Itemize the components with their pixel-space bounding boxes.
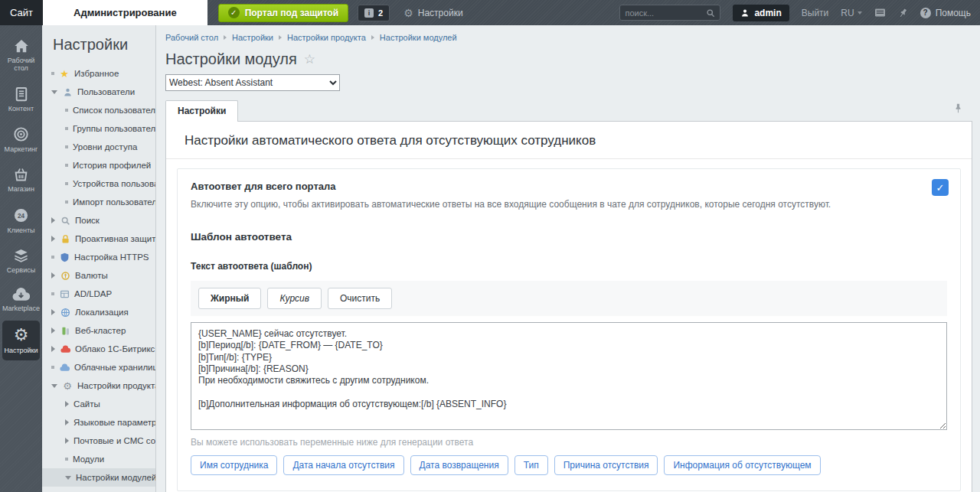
pin-icon[interactable] — [898, 8, 908, 18]
bbcode-toolbar: Жирный Курсив Очистить — [191, 281, 947, 316]
italic-button[interactable]: Курсив — [267, 288, 322, 309]
target-icon — [13, 126, 29, 142]
bold-button[interactable]: Жирный — [198, 288, 261, 309]
variables-hint: Вы можете использовать переменные ниже д… — [191, 437, 947, 448]
sidebar-item-label: Настройки продукта — [77, 381, 156, 390]
sidebar-item-label: Устройства пользователей — [73, 179, 156, 188]
variable-return-date[interactable]: Дата возвращения — [410, 455, 508, 475]
chevron-right-icon — [51, 217, 55, 223]
chevron-right-icon — [65, 438, 69, 444]
check-icon: ✓ — [936, 182, 945, 194]
sidebar-item-user-import[interactable]: Импорт пользователей — [42, 193, 155, 211]
bullet-icon — [51, 72, 54, 75]
rail-item-services[interactable]: Сервисы — [2, 242, 40, 280]
language-selector[interactable]: RU — [841, 8, 861, 18]
template-section-heading: Шаблон автоответа — [191, 231, 947, 243]
user-menu-button[interactable]: admin — [733, 5, 789, 21]
settings-sidebar: Настройки ★ Избранное Пользователи Списо… — [42, 25, 156, 492]
sidebar-item-module-settings[interactable]: Настройки модулей — [42, 468, 155, 487]
breadcrumb-link-desktop[interactable]: Рабочий стол — [165, 33, 218, 42]
gear-icon: ⚙ — [62, 380, 73, 391]
site-tab-label: Сайт — [10, 7, 33, 18]
language-label: RU — [841, 8, 854, 18]
breadcrumb-link-settings[interactable]: Настройки — [232, 33, 273, 42]
bullet-icon — [65, 200, 68, 204]
module-select[interactable]: Webest: Absent Assistant — [165, 74, 340, 91]
pin-icon[interactable] — [953, 103, 963, 116]
sidebar-item-label: Облачные хранилища — [74, 363, 156, 372]
sidebar-item-favorites[interactable]: ★ Избранное — [42, 64, 155, 83]
sidebar-item-search[interactable]: Поиск — [42, 211, 155, 230]
sidebar-title: Настройки — [42, 33, 155, 64]
sidebar-item-sites[interactable]: Сайты — [42, 395, 155, 413]
administration-tab[interactable]: Администрирование — [43, 0, 207, 25]
sidebar-item-currencies[interactable]: Валюты — [42, 266, 155, 285]
help-button[interactable]: ? Помощь — [920, 8, 971, 18]
bullet-icon — [65, 145, 68, 148]
sidebar-item-language-params[interactable]: Языковые параметры — [42, 413, 155, 432]
notifications-count: 2 — [378, 8, 383, 18]
rail-item-clients[interactable]: 24 Клиенты — [2, 201, 40, 240]
sidebar-item-users[interactable]: Пользователи — [42, 83, 155, 101]
sidebar-item-label: Уровни доступа — [73, 142, 137, 152]
sidebar-item-https-settings[interactable]: Настройка HTTPS — [42, 248, 155, 266]
sidebar-item-label: AD/LDAP — [74, 289, 112, 298]
sidebar-item-product-settings[interactable]: ⚙ Настройки продукта — [42, 376, 155, 395]
rail-item-marketing[interactable]: Маркетинг — [2, 120, 40, 159]
sidebar-item-label: Языковые параметры — [74, 418, 156, 427]
sidebar-item-user-devices[interactable]: Устройства пользователей — [42, 174, 155, 193]
cluster-icon — [60, 325, 70, 336]
sidebar-item-label: Проактивная защита — [75, 234, 156, 243]
template-field-label: Текст автоответа (шаблон) — [191, 261, 947, 272]
rail-item-content[interactable]: Контент — [2, 80, 40, 119]
sidebar-item-cloud-storage[interactable]: Облачные хранилища — [42, 358, 155, 376]
autoreply-template-textarea[interactable]: {USER_NAME} сейчас отсутствует. [b]Перио… — [191, 322, 947, 430]
topbar-settings-button[interactable]: ⚙ Настройки — [403, 7, 462, 19]
tab-settings[interactable]: Настройки — [165, 100, 238, 122]
sidebar-item-web-cluster[interactable]: Веб-кластер — [42, 321, 155, 340]
breadcrumb-link-product-settings[interactable]: Настройки продукта — [287, 33, 366, 42]
gear-icon: ⚙ — [14, 327, 29, 344]
search-input[interactable] — [625, 8, 706, 18]
clear-button[interactable]: Очистить — [328, 288, 392, 309]
portal-protected-button[interactable]: ✓ Портал под защитой — [218, 4, 348, 22]
variable-absence-reason[interactable]: Причина отсутствия — [554, 455, 658, 475]
gear-icon: ⚙ — [403, 7, 413, 19]
sidebar-item-localization[interactable]: Локализация — [42, 303, 155, 321]
favorite-star-icon[interactable]: ☆ — [304, 51, 315, 67]
hotkeys-icon[interactable] — [874, 8, 886, 18]
breadcrumb: Рабочий стол Настройки Настройки продукт… — [162, 30, 972, 44]
variable-absence-start-date[interactable]: Дата начала отсутствия — [283, 455, 403, 475]
sidebar-item-user-groups[interactable]: Группы пользователей — [42, 119, 155, 138]
chevron-right-icon — [51, 272, 55, 279]
chevron-down-icon — [51, 384, 57, 388]
site-tab[interactable]: Сайт — [0, 0, 43, 25]
layers-icon — [13, 248, 29, 263]
rail-item-desktop[interactable]: Рабочий стол — [2, 32, 40, 79]
clients-24-icon: 24 — [13, 207, 29, 223]
sidebar-item-user-list[interactable]: Список пользователей — [42, 101, 155, 119]
logout-link[interactable]: Выйти — [802, 8, 829, 18]
sidebar-item-ad-ldap[interactable]: AD/LDAP — [42, 285, 155, 303]
sidebar-item-mail-sms-events[interactable]: Почтовые и СМС события — [42, 432, 155, 450]
rail-item-settings[interactable]: ⚙ Настройки — [2, 321, 40, 360]
variable-employee-name[interactable]: Имя сотрудника — [191, 455, 277, 475]
variable-type[interactable]: Тип — [514, 455, 548, 475]
sidebar-item-bitrix-cloud[interactable]: Облако 1С-Битрикс — [42, 340, 155, 358]
sidebar-item-modules[interactable]: Модули — [42, 450, 155, 468]
rail-item-store[interactable]: Магазин — [2, 161, 40, 199]
bullet-icon — [65, 458, 68, 461]
bullet-icon — [65, 164, 68, 167]
sidebar-item-profile-history[interactable]: История профилей — [42, 156, 155, 174]
search-icon[interactable] — [706, 8, 715, 18]
rail-item-marketplace[interactable]: Marketplace — [2, 282, 40, 318]
variable-absent-info[interactable]: Информация об отсутствующем — [664, 455, 820, 475]
sidebar-item-access-levels[interactable]: Уровни доступа — [42, 138, 155, 156]
rail-item-label: Магазин — [8, 185, 34, 193]
sidebar-item-proactive-protection[interactable]: Проактивная защита — [42, 230, 155, 248]
breadcrumb-link-module-settings[interactable]: Настройки модулей — [380, 33, 457, 42]
portal-autoreply-checkbox[interactable]: ✓ — [932, 179, 949, 196]
autoreply-options-box: Автоответ для всего портала ✓ Включите э… — [177, 168, 961, 491]
notifications-counter[interactable]: i 2 — [358, 5, 390, 21]
cloud-icon — [59, 362, 70, 373]
